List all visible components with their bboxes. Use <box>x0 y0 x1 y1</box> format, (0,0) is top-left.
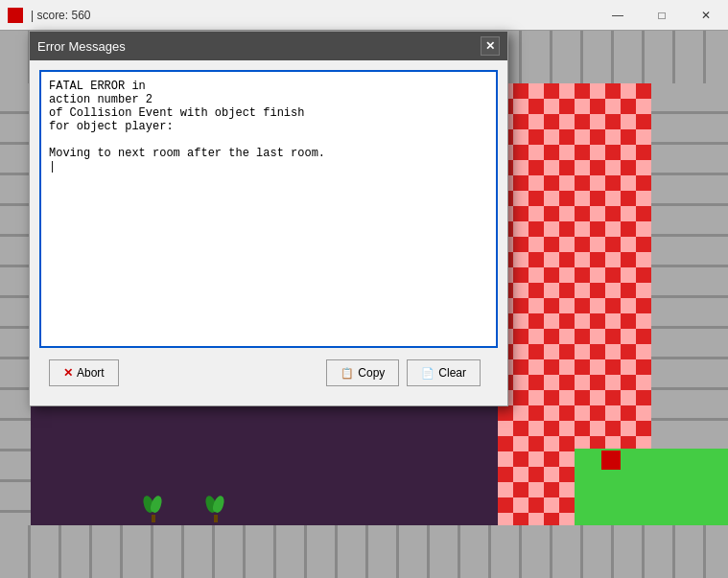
clear-button[interactable]: 📄 Clear <box>407 359 481 386</box>
copy-label: Copy <box>358 366 385 380</box>
copy-icon: 📋 <box>341 367 354 380</box>
title-bar-text: | score: 560 <box>31 9 596 22</box>
dialog-titlebar: Error Messages ✕ <box>30 32 507 60</box>
window-close-button[interactable]: ✕ <box>684 0 728 30</box>
abort-label: Abort <box>77 366 105 380</box>
maximize-button[interactable]: □ <box>640 0 684 30</box>
dialog-close-button[interactable]: ✕ <box>481 36 500 56</box>
abort-button[interactable]: ✕ Abort <box>49 359 119 386</box>
copy-button[interactable]: 📋 Copy <box>326 359 399 386</box>
dialog-body: FATAL ERROR in action number 2 of Collis… <box>30 60 507 405</box>
dialog-buttons: ✕ Abort 📋 Copy 📄 Clear <box>39 352 498 396</box>
plant-left <box>144 496 165 522</box>
player-square <box>601 451 621 470</box>
title-bar: | score: 560 — □ ✕ <box>0 0 728 31</box>
dialog-title: Error Messages <box>37 39 126 54</box>
game-tiles-bottom <box>0 525 728 578</box>
clear-icon: 📄 <box>421 367 434 380</box>
app-icon <box>8 8 23 23</box>
error-textarea[interactable]: FATAL ERROR in action number 2 of Collis… <box>39 70 498 348</box>
plant-right <box>206 496 227 522</box>
abort-icon: ✕ <box>63 366 73 380</box>
title-bar-controls: — □ ✕ <box>596 0 728 30</box>
game-tiles-left <box>0 83 31 525</box>
green-platform <box>575 449 728 525</box>
error-dialog: Error Messages ✕ FATAL ERROR in action n… <box>29 31 508 406</box>
clear-label: Clear <box>438 366 466 380</box>
minimize-button[interactable]: — <box>596 0 640 30</box>
